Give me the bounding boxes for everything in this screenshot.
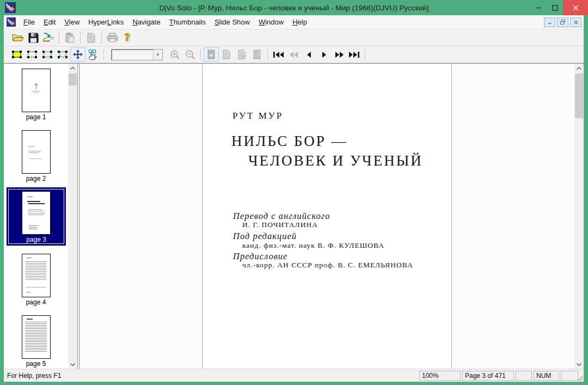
document-view[interactable]: РУТ МУР НИЛЬС БОР — ЧЕЛОВЕК И УЧЕНЫЙ Пер… [79, 64, 584, 369]
menu-slideshow[interactable]: Slide Show [210, 16, 254, 28]
zoom-out-button[interactable] [182, 47, 198, 62]
credit-role: Предисловие [233, 251, 287, 262]
thumbnail-pane: page 1 page 2 page 3 page 4 page 5 [4, 64, 78, 369]
menu-hyperlinks[interactable]: HyperLinks [84, 16, 128, 28]
credit-name: канд. физ.-мат. наук В. Ф. КУЛЕШОВА [242, 241, 384, 250]
thumbnail-page-1[interactable]: page 1 [4, 69, 68, 121]
hyperlink-tool-button[interactable] [85, 47, 101, 62]
export-page-button[interactable] [83, 30, 99, 45]
scrollbar-thumb[interactable] [69, 74, 77, 85]
import-button[interactable] [41, 30, 56, 45]
nav-last-button[interactable] [347, 47, 362, 62]
help-icon: ? [125, 32, 130, 44]
thumbnail-page-4[interactable]: page 4 [4, 254, 68, 306]
nav-next-fast-button[interactable] [332, 47, 347, 62]
scrollbar-thumb[interactable] [575, 74, 583, 118]
nav-last-icon [348, 51, 360, 58]
menu-edit[interactable]: Edit [39, 16, 60, 28]
toolbar-standard: ? [4, 29, 584, 46]
nav-prev-icon [306, 51, 312, 58]
thumbnail-page-3-selected[interactable]: page 3 [7, 187, 66, 246]
book-title-line2: ЧЕЛОВЕК И УЧЕНЫЙ [248, 152, 423, 169]
select-polygon-icon [57, 50, 68, 59]
page-mixed-icon [238, 50, 246, 59]
mdi-close-button[interactable] [570, 17, 581, 27]
save-button[interactable] [26, 30, 41, 45]
menu-help[interactable]: Help [288, 16, 311, 28]
select-rect-button[interactable] [24, 47, 40, 62]
thumbnail-page-5[interactable]: page 5 [4, 315, 68, 368]
page-text-icon [223, 50, 230, 59]
menu-file[interactable]: File [19, 16, 39, 28]
select-ellipse-icon [42, 50, 53, 59]
select-rect-filled-icon [11, 50, 22, 59]
page-mode-mixed-button[interactable] [234, 47, 249, 62]
djvu-import-icon [42, 32, 55, 43]
pan-icon [72, 49, 83, 60]
select-ellipse-button[interactable] [40, 47, 55, 62]
scroll-down-icon[interactable] [574, 360, 584, 369]
open-button[interactable] [10, 30, 26, 45]
close-button[interactable] [563, 0, 588, 15]
help-button[interactable]: ? [120, 30, 135, 45]
maximize-button[interactable] [547, 0, 563, 15]
scroll-down-icon[interactable] [68, 360, 77, 369]
paste-button[interactable] [62, 30, 77, 45]
resize-grip-icon[interactable] [577, 375, 583, 381]
book-author: РУТ МУР [232, 111, 283, 121]
nav-first-button[interactable] [271, 47, 286, 62]
document-page: РУТ МУР НИЛЬС БОР — ЧЕЛОВЕК И УЧЕНЫЙ Пер… [202, 64, 452, 369]
menu-navigate[interactable]: Navigate [128, 16, 164, 28]
thumbnail-label: page 5 [4, 360, 68, 368]
status-page-indicator: Page 3 of 471 [462, 371, 514, 381]
thumbnail-label: page 2 [4, 175, 68, 182]
select-rect-filled-button[interactable] [9, 47, 24, 62]
nav-prev-fast-button[interactable] [286, 47, 301, 62]
scroll-up-icon[interactable] [68, 64, 77, 73]
open-folder-icon [12, 33, 24, 42]
select-polygon-button[interactable] [55, 47, 70, 62]
credit-name: чл.-корр. АН СССР проф. В. С. ЕМЕЛЬЯНОВА [242, 261, 413, 270]
window-title: DjVu Solo - [Р. Мур, Нильс Бор - человек… [0, 4, 588, 12]
credit-role: Перевод с английского [233, 211, 330, 222]
zoom-combobox[interactable]: ▼ [111, 49, 163, 60]
nav-next-icon [321, 51, 327, 58]
select-rect-icon [27, 50, 38, 59]
page-mode-image-button[interactable] [204, 47, 219, 62]
nav-prev-button[interactable] [301, 47, 316, 62]
menu-window[interactable]: Window [254, 16, 288, 28]
print-button[interactable] [105, 30, 120, 45]
status-help-text: For Help, press F1 [4, 372, 419, 380]
menu-thumbnails[interactable]: Thumbnails [165, 16, 210, 28]
hyperlink-hand-icon [87, 48, 99, 60]
page-mode-text-button[interactable] [219, 47, 234, 62]
print-icon [107, 33, 118, 42]
mdi-restore-button[interactable] [557, 17, 568, 27]
pan-tool-button[interactable] [70, 47, 85, 62]
nav-next-fast-icon [334, 51, 345, 58]
mdi-minimize-button[interactable] [544, 17, 555, 27]
zoom-in-button[interactable] [167, 47, 182, 62]
nav-first-icon [272, 51, 284, 58]
djvu-document-icon [7, 17, 16, 27]
status-empty-pane [516, 371, 532, 381]
minimize-button[interactable] [530, 0, 547, 15]
thumbnail-preview [22, 130, 51, 174]
menu-view[interactable]: View [60, 16, 84, 28]
document-scrollbar[interactable] [574, 64, 584, 369]
thumbnail-page-2[interactable]: page 2 [4, 130, 68, 182]
statusbar: For Help, press F1 100% Page 3 of 471 NU… [4, 369, 584, 382]
save-floppy-icon [28, 33, 39, 43]
zoom-combobox-dropdown[interactable]: ▼ [153, 50, 162, 60]
page-image-icon [207, 50, 215, 59]
thumbnail-label: page 4 [4, 298, 68, 306]
status-empty-pane [561, 371, 578, 381]
zoom-in-icon [170, 50, 180, 60]
window-border [0, 382, 588, 385]
thumbnail-scrollbar[interactable] [68, 64, 77, 369]
paste-icon [65, 33, 75, 43]
nav-prev-fast-icon [289, 51, 299, 58]
scroll-up-icon[interactable] [574, 64, 584, 73]
nav-next-button[interactable] [316, 47, 332, 62]
page-mode-solid-button[interactable] [249, 47, 265, 62]
